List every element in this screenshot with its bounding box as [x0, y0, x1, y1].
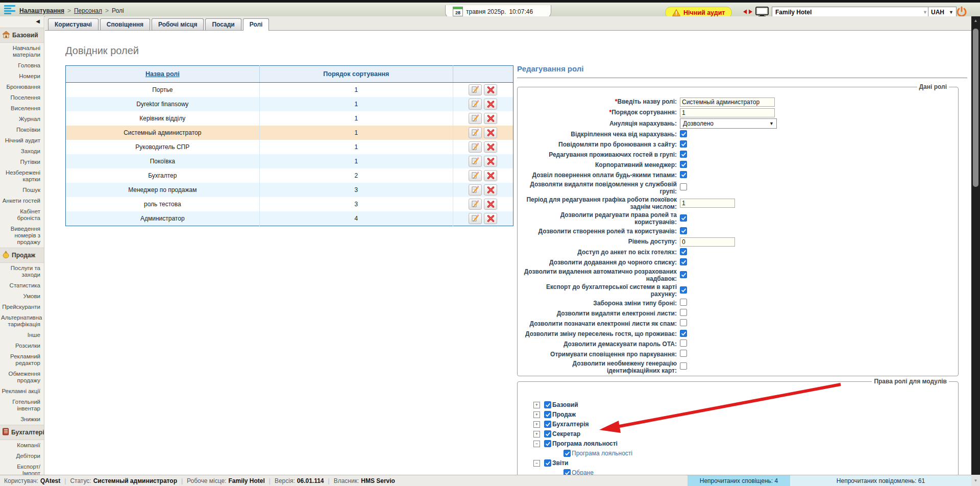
table-row[interactable]: Dyrektor finansowy1	[66, 97, 513, 111]
edit-role-button[interactable]	[469, 213, 482, 224]
sidebar-item[interactable]: Прейскуранти	[0, 302, 44, 312]
checkbox[interactable]	[680, 339, 687, 347]
sidebar-item[interactable]: Путівки	[0, 157, 44, 167]
sidebar-item[interactable]: Виселення	[0, 103, 44, 114]
sidebar-item[interactable]: Анкети гостей	[0, 196, 44, 206]
delete-role-button[interactable]	[484, 84, 497, 95]
sidebar-item[interactable]: Кабінет броніста	[0, 206, 44, 224]
sidebar-item[interactable]: Обмеження продажу	[0, 369, 44, 386]
checkbox[interactable]	[544, 411, 551, 418]
checkbox[interactable]	[680, 248, 687, 255]
sidebar-item[interactable]: Інше	[0, 330, 44, 341]
sidebar-item[interactable]: Компанії	[0, 440, 44, 451]
unread-messages-badge[interactable]: Непрочитаних повідомлень: 61	[790, 475, 971, 486]
checkbox[interactable]	[680, 309, 687, 316]
sidebar-item[interactable]: Виведення номерів з продажу	[0, 224, 44, 248]
collapse-node-icon[interactable]: −	[533, 460, 540, 467]
sidebar-item[interactable]: Головна	[0, 60, 44, 71]
scroll-up-icon[interactable]: ▲	[971, 16, 980, 25]
tab-5[interactable]: Ролі	[243, 18, 270, 31]
sidebar-item[interactable]: Умови	[0, 291, 44, 302]
sync-arrows-icon[interactable]	[743, 9, 752, 14]
tab-1[interactable]: Користувачі	[48, 18, 99, 30]
sidebar-section-2[interactable]: Продаж	[0, 248, 44, 263]
sidebar-collapse-icon[interactable]: ◀	[0, 16, 44, 28]
checkbox[interactable]	[544, 430, 551, 438]
expand-node-icon[interactable]: +	[533, 402, 540, 408]
text-input[interactable]	[680, 98, 775, 107]
breadcrumb-item-1[interactable]: Налаштування	[19, 7, 64, 14]
checkbox[interactable]	[544, 440, 551, 447]
sidebar-item[interactable]: Розсилки	[0, 341, 44, 351]
delete-role-button[interactable]	[484, 184, 497, 196]
table-row[interactable]: Покоївка1	[66, 154, 513, 168]
sidebar-section-3[interactable]: Бухгалтерія	[0, 425, 44, 440]
checkbox[interactable]	[544, 421, 551, 428]
checkbox[interactable]	[680, 183, 687, 190]
sidebar-item[interactable]: Заходи	[0, 146, 44, 157]
table-row[interactable]: роль тестова3	[66, 197, 513, 211]
checkbox[interactable]	[680, 350, 687, 357]
delete-role-button[interactable]	[484, 199, 497, 210]
checkbox[interactable]	[680, 271, 687, 278]
table-row[interactable]: Руководитель СПР1	[66, 140, 513, 154]
edit-role-button[interactable]	[469, 170, 482, 181]
text-input[interactable]	[680, 108, 775, 117]
checkbox[interactable]	[544, 401, 551, 408]
delete-role-button[interactable]	[484, 113, 497, 124]
edit-role-button[interactable]	[469, 99, 482, 110]
sidebar-item[interactable]: Навчальні матеріали	[0, 43, 44, 60]
hotel-select[interactable]: Family Hotel ▼	[772, 7, 931, 17]
checkbox[interactable]	[680, 151, 687, 158]
sidebar-item[interactable]: Готельний інвентар	[0, 397, 44, 414]
sidebar-item[interactable]: Статистика	[0, 280, 44, 291]
sidebar-item[interactable]: Пошук	[0, 185, 44, 196]
checkbox[interactable]	[680, 130, 687, 137]
edit-role-button[interactable]	[469, 127, 482, 138]
edit-role-button[interactable]	[469, 113, 482, 124]
checkbox[interactable]	[680, 362, 687, 370]
checkbox[interactable]	[564, 450, 571, 457]
table-row[interactable]: Менеджер по продажам3	[66, 183, 513, 197]
sidebar-item[interactable]: Бронювання	[0, 82, 44, 92]
table-row[interactable]: Керівник відділу1	[66, 111, 513, 126]
checkbox[interactable]	[680, 161, 687, 168]
edit-role-button[interactable]	[469, 184, 482, 196]
scrollbar-thumb[interactable]	[973, 29, 978, 187]
tab-2[interactable]: Сповіщення	[100, 18, 150, 30]
tab-3[interactable]: Робочі місця	[152, 18, 204, 30]
checkbox[interactable]	[680, 140, 687, 148]
text-input[interactable]	[680, 199, 735, 208]
scroll-down-icon[interactable]: ▼	[971, 475, 980, 486]
checkbox[interactable]	[544, 459, 551, 467]
delete-role-button[interactable]	[484, 156, 497, 167]
expand-node-icon[interactable]: +	[533, 421, 540, 428]
checkbox[interactable]	[680, 258, 687, 265]
delete-role-button[interactable]	[484, 99, 497, 110]
sidebar-item[interactable]: Рекламний редактор	[0, 351, 44, 369]
breadcrumb-item-2[interactable]: Персонал	[74, 7, 102, 14]
delete-role-button[interactable]	[484, 127, 497, 138]
checkbox[interactable]	[680, 299, 687, 306]
text-input[interactable]	[680, 237, 735, 247]
edit-role-button[interactable]	[469, 141, 482, 153]
checkbox[interactable]	[564, 469, 571, 475]
sidebar-item[interactable]: Поселення	[0, 92, 44, 103]
menu-icon[interactable]	[4, 5, 15, 14]
checkbox[interactable]	[680, 330, 687, 337]
checkbox[interactable]	[680, 214, 687, 222]
currency-select[interactable]: UAH ▼	[928, 7, 957, 17]
table-row[interactable]: Администратор4	[66, 211, 513, 226]
edit-role-button[interactable]	[469, 156, 482, 167]
sidebar-item[interactable]: Послуги та заходи	[0, 263, 44, 280]
tab-4[interactable]: Посади	[205, 18, 241, 30]
checkbox[interactable]	[680, 286, 687, 294]
sidebar-item[interactable]: Дебітори	[0, 451, 44, 461]
sidebar-item[interactable]: Номери	[0, 71, 44, 82]
edit-role-button[interactable]	[469, 84, 482, 95]
collapse-node-icon[interactable]: −	[533, 441, 540, 447]
monitor-icon[interactable]	[755, 7, 769, 17]
expand-node-icon[interactable]: +	[533, 411, 540, 418]
select-input[interactable]: Дозволено▼	[680, 118, 777, 129]
checkbox[interactable]	[680, 319, 687, 326]
